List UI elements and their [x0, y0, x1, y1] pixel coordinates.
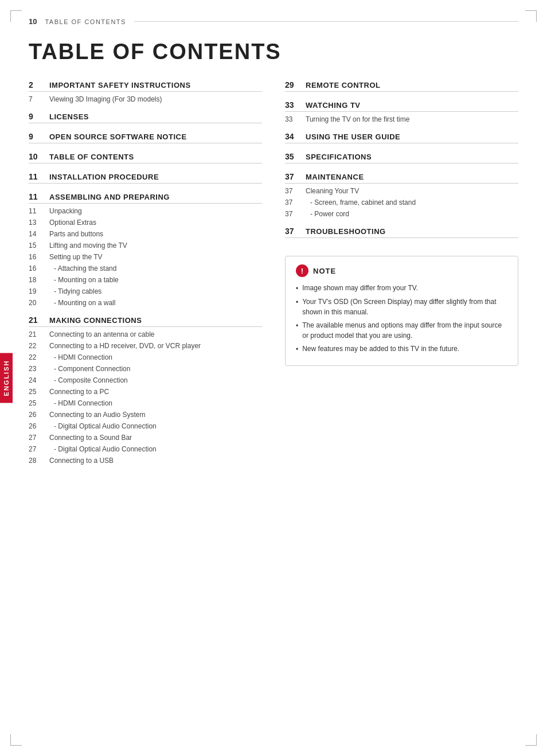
toc-section-header: 10TABLE OF CONTENTS [29, 152, 262, 163]
corner-mark-tl [10, 10, 22, 22]
toc-item-text: Lifting and moving the TV [49, 240, 127, 251]
toc-item-text: - HDMI Connection [49, 398, 112, 408]
toc-section: 9OPEN SOURCE SOFTWARE NOTICE [29, 132, 262, 150]
toc-section-header: 35SPECIFICATIONS [285, 152, 518, 163]
toc-section-num: 37 [285, 227, 306, 236]
toc-section-header: 33WATCHING TV [285, 100, 518, 112]
toc-item-num: 22 [29, 342, 49, 350]
toc-item-text: - Attaching the stand [49, 263, 116, 274]
corner-mark-bl [10, 734, 22, 746]
corner-mark-tr [525, 10, 537, 22]
page-header: 10 TABLE OF CONTENTS [0, 0, 547, 26]
header-section-title: TABLE OF CONTENTS [45, 18, 126, 25]
toc-item-num: 13 [29, 219, 49, 227]
toc-item-num: 15 [29, 241, 49, 250]
toc-item-text: - Digital Optical Audio Connection [49, 444, 157, 454]
toc-section-num: 29 [285, 80, 306, 89]
page-number: 10 [29, 17, 37, 26]
toc-section-num: 34 [285, 132, 306, 141]
toc-item-text: Connecting to an Audio System [49, 410, 145, 420]
toc-item-num: 28 [29, 457, 49, 465]
toc-section-header: 9LICENSES [29, 112, 262, 123]
toc-item-text: Connecting to a HD receiver, DVD, or VCR… [49, 341, 201, 351]
toc-item-text: Setting up the TV [49, 252, 103, 262]
toc-item: 22Connecting to a HD receiver, DVD, or V… [29, 340, 262, 352]
note-bullet: • [296, 297, 298, 307]
toc-item: 27Connecting to a Sound Bar [29, 432, 262, 443]
toc-item: 37- Power cord [285, 208, 518, 220]
toc-section-header: 2IMPORTANT SAFETY INSTRUCTIONS [29, 80, 262, 92]
toc-section: 11ASSEMBLING AND PREPARING11Unpacking13O… [29, 192, 262, 313]
toc-item-num: 7 [29, 95, 49, 103]
toc-section-header: 29REMOTE CONTROL [285, 80, 518, 92]
toc-item-text: Cleaning Your TV [306, 186, 359, 196]
toc-section-header: 21MAKING CONNECTIONS [29, 315, 262, 327]
toc-section-title: INSTALLATION PROCEDURE [49, 173, 159, 181]
toc-item-num: 37 [285, 210, 306, 218]
toc-item-num: 37 [285, 198, 306, 206]
toc-section: 37TROUBLESHOOTING [285, 227, 518, 244]
toc-item-num: 16 [29, 264, 49, 272]
page-title: TABLE OF CONTENTS [29, 40, 518, 64]
toc-item-num: 27 [29, 445, 49, 453]
toc-item: 21Connecting to an antenna or cable [29, 329, 262, 340]
toc-item-text: Connecting to an antenna or cable [49, 329, 154, 340]
toc-item: 18- Mounting on a table [29, 274, 262, 286]
toc-item-text: Parts and buttons [49, 229, 103, 239]
toc-section-header: 9OPEN SOURCE SOFTWARE NOTICE [29, 132, 262, 143]
toc-item-num: 16 [29, 253, 49, 261]
toc-item-num: 23 [29, 365, 49, 373]
toc-section-num: 9 [29, 112, 49, 121]
toc-section-num: 21 [29, 315, 49, 325]
page: ENGLISH 10 TABLE OF CONTENTS TABLE OF CO… [0, 0, 547, 756]
toc-item-text: - Power cord [306, 209, 349, 219]
toc-item-num: 18 [29, 276, 49, 284]
note-header: !NOTE [296, 264, 507, 277]
toc-item-text: Connecting to a PC [49, 387, 109, 397]
note-bullet: • [296, 283, 298, 294]
note-item-text: Your TV’s OSD (On Screen Display) may di… [302, 297, 507, 317]
toc-item-num: 22 [29, 353, 49, 361]
toc-item: 16- Attaching the stand [29, 263, 262, 274]
toc-item: 13Optional Extras [29, 217, 262, 228]
toc-item-num: 25 [29, 388, 49, 396]
toc-item: 11Unpacking [29, 205, 262, 217]
toc-item-text: Viewing 3D Imaging (For 3D models) [49, 94, 162, 104]
toc-section-header: 37MAINTENANCE [285, 172, 518, 184]
toc-section: 37MAINTENANCE37Cleaning Your TV37- Scree… [285, 172, 518, 224]
header-line [134, 21, 518, 22]
toc-item-num: 14 [29, 230, 49, 238]
note-item-text: Image shown may differ from your TV. [302, 283, 418, 293]
toc-item: 7Viewing 3D Imaging (For 3D models) [29, 93, 262, 105]
toc-section-header: 11ASSEMBLING AND PREPARING [29, 192, 262, 204]
note-icon: ! [296, 264, 308, 277]
toc-item: 28Connecting to a USB [29, 455, 262, 466]
toc-section-num: 11 [29, 172, 49, 181]
note-item: •The available menus and options may dif… [296, 320, 507, 341]
toc-item-num: 21 [29, 330, 49, 338]
toc-item-text: Unpacking [49, 206, 82, 216]
toc-item-text: Optional Extras [49, 217, 96, 228]
note-bullet: • [296, 321, 298, 331]
toc-item: 24- Composite Connection [29, 375, 262, 386]
toc-section: 33WATCHING TV33Turning the TV on for the… [285, 100, 518, 130]
note-item-text: New features may be added to this TV in … [302, 344, 459, 354]
toc-item: 37Cleaning Your TV [285, 185, 518, 197]
toc-item-text: Connecting to a Sound Bar [49, 432, 132, 443]
toc-section-header: 34USING THE USER GUIDE [285, 132, 518, 143]
toc-item-text: Connecting to a USB [49, 455, 114, 466]
toc-item-num: 26 [29, 422, 49, 430]
toc-section: 10TABLE OF CONTENTS [29, 152, 262, 170]
toc-item-num: 20 [29, 299, 49, 307]
toc-section-title: MAINTENANCE [306, 173, 364, 181]
toc-section-title: REMOTE CONTROL [306, 81, 381, 89]
toc-item-text: - Mounting on a table [49, 275, 119, 285]
note-item: •Image shown may differ from your TV. [296, 283, 507, 294]
toc-section: 21MAKING CONNECTIONS21Connecting to an a… [29, 315, 262, 471]
note-bullet: • [296, 344, 298, 354]
toc-section-title: TROUBLESHOOTING [306, 227, 386, 236]
note-box: !NOTE•Image shown may differ from your T… [285, 256, 518, 366]
toc-section: 29REMOTE CONTROL [285, 80, 518, 98]
toc-item: 15Lifting and moving the TV [29, 240, 262, 251]
toc-item: 33Turning the TV on for the first time [285, 114, 518, 125]
